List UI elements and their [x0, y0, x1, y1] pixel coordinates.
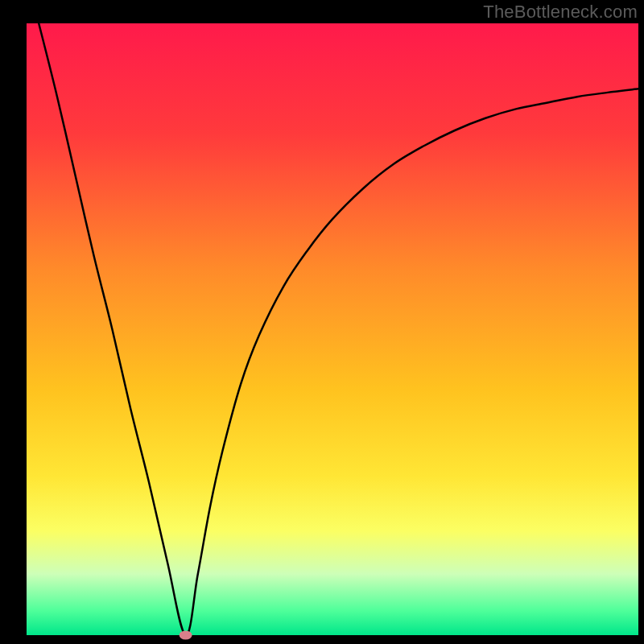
chart-frame: TheBottleneck.com — [0, 0, 644, 644]
watermark-text: TheBottleneck.com — [483, 2, 638, 23]
plot-background — [27, 23, 638, 635]
bottleneck-chart — [0, 0, 644, 644]
minimum-marker — [180, 631, 192, 640]
